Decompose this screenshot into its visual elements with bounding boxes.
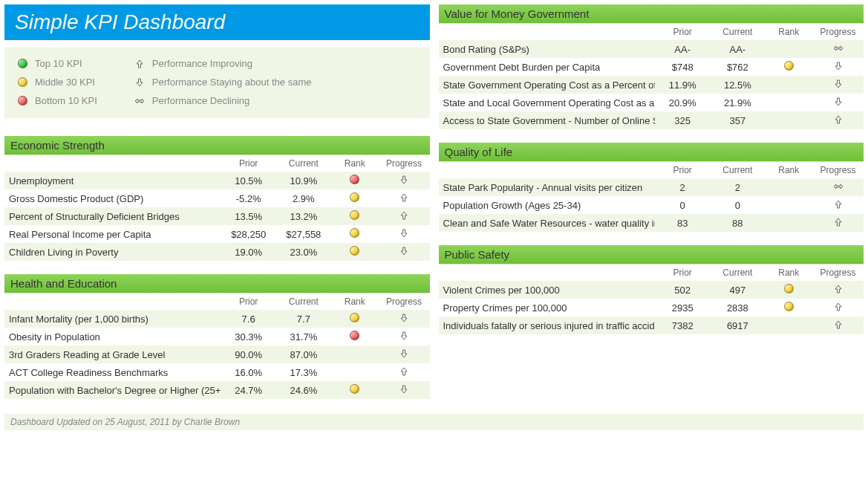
kpi-current: 10.9%	[276, 172, 331, 189]
kpi-current: AA-	[710, 40, 765, 58]
kpi-progress	[812, 317, 864, 334]
kpi-rank	[765, 317, 812, 334]
kpi-current: 23.0%	[276, 243, 331, 261]
kpi-rank	[765, 178, 812, 196]
kpi-rank	[765, 299, 812, 317]
table-row: Access to State Government - Number of O…	[439, 111, 864, 129]
kpi-current: 87.0%	[276, 345, 331, 363]
kpi-label: Population with Bachelor's Degree or Hig…	[4, 381, 221, 399]
arrow-up-icon	[833, 284, 843, 294]
col-prior: Prior	[221, 155, 276, 172]
col-prior: Prior	[655, 162, 710, 178]
arrow-up-icon	[833, 319, 843, 330]
arrow-down-icon	[399, 175, 409, 185]
table-row: Population with Bachelor's Degree or Hig…	[4, 381, 430, 399]
kpi-progress	[379, 207, 430, 225]
table-row: State Park Popularity - Annual visits pe…	[439, 178, 864, 196]
col-current: Current	[710, 162, 765, 178]
table-row: Gross Domestic Product (GDP)-5.2%2.9%	[4, 189, 430, 207]
kpi-current: 17.3%	[276, 363, 331, 381]
kpi-label: State Park Popularity - Annual visits pe…	[439, 178, 656, 196]
legend-progress-item: Performance Declining	[134, 95, 312, 106]
kpi-prior: 7382	[655, 317, 710, 334]
rank-red-icon	[350, 331, 359, 340]
kpi-panel: Economic StrengthPriorCurrentRankProgres…	[4, 136, 430, 261]
arrow-down-icon	[833, 97, 843, 107]
kpi-current: 24.6%	[276, 381, 331, 399]
kpi-current: $762	[710, 58, 765, 76]
arrow-up-icon	[399, 366, 409, 377]
table-row: Individuals fatally or serious injured i…	[439, 317, 864, 334]
legend-progress-item: Performance Improving	[134, 58, 312, 69]
kpi-prior: 30.3%	[221, 328, 276, 345]
kpi-table: PriorCurrentRankProgressInfant Mortality…	[4, 293, 430, 399]
kpi-progress	[812, 94, 864, 111]
kpi-current: 88	[710, 214, 765, 232]
arrow-down-icon	[399, 313, 409, 323]
kpi-current: 21.9%	[710, 94, 765, 111]
kpi-dashboard: Simple KPI Dashboard Top 10 KPIMiddle 30…	[4, 4, 864, 412]
kpi-progress	[812, 178, 864, 196]
table-row: Real Personal Income per Capita$28,250$2…	[4, 225, 430, 243]
dashboard-footer: Dashboard Updated on 25 August, 2011 by …	[4, 414, 864, 430]
kpi-label: Gross Domestic Product (GDP)	[4, 189, 221, 207]
kpi-current: 2838	[710, 299, 765, 317]
left-column: Simple KPI Dashboard Top 10 KPIMiddle 30…	[4, 4, 430, 412]
rank-yellow-icon	[784, 302, 794, 311]
table-row: Unemployment10.5%10.9%	[4, 172, 430, 189]
kpi-prior: 24.7%	[221, 381, 276, 399]
kpi-label: Infant Mortality (per 1,000 births)	[4, 310, 221, 328]
kpi-prior: 13.5%	[221, 207, 276, 225]
kpi-rank	[765, 58, 812, 76]
kpi-current: 2	[710, 178, 765, 196]
table-row: State Government Operating Cost as a Per…	[439, 76, 864, 94]
kpi-prior: 10.5%	[221, 172, 276, 189]
rank-yellow-icon	[18, 77, 27, 87]
table-row: Percent of Structurally Deficient Bridge…	[4, 207, 430, 225]
arrow-up-icon	[399, 192, 409, 203]
rank-yellow-icon	[784, 61, 794, 71]
col-progress: Progress	[812, 162, 864, 178]
kpi-label: Property Crimes per 100,000	[439, 299, 656, 317]
kpi-progress	[812, 299, 864, 317]
arrow-down-icon	[399, 348, 409, 359]
table-row: State and Local Government Operating Cos…	[439, 94, 864, 111]
col-current: Current	[710, 24, 765, 40]
arrow-down-icon	[833, 61, 843, 71]
kpi-rank	[765, 76, 812, 94]
kpi-rank	[331, 243, 379, 261]
col-progress: Progress	[379, 155, 430, 172]
panel-header: Economic Strength	[4, 136, 430, 155]
kpi-table: PriorCurrentRankProgressState Park Popul…	[439, 162, 864, 232]
arrow-down-icon	[399, 384, 409, 395]
arrow-flat-icon	[134, 96, 145, 106]
kpi-panel: Value for Money GovernmentPriorCurrentRa…	[439, 4, 864, 129]
table-row: Bond Rating (S&Ps)AA-AA-	[439, 40, 864, 58]
kpi-label: Access to State Government - Number of O…	[439, 111, 656, 129]
kpi-progress	[379, 310, 430, 328]
kpi-prior: 16.0%	[221, 363, 276, 381]
arrow-down-icon	[399, 246, 409, 256]
kpi-label: Government Debt Burden per Capita	[439, 58, 656, 76]
kpi-prior: 83	[655, 214, 710, 232]
kpi-progress	[379, 243, 430, 261]
rank-yellow-icon	[350, 313, 359, 322]
kpi-progress	[379, 328, 430, 345]
kpi-label: 3rd Graders Reading at Grade Level	[4, 345, 221, 363]
col-rank: Rank	[765, 265, 812, 281]
kpi-progress	[812, 281, 864, 299]
kpi-prior: 90.0%	[221, 345, 276, 363]
rank-yellow-icon	[350, 384, 359, 394]
kpi-rank	[331, 172, 379, 189]
rank-yellow-icon	[350, 192, 359, 202]
table-row: Children Living in Poverty19.0%23.0%	[4, 243, 430, 261]
table-row: Population Growth (Ages 25-34)00	[439, 196, 864, 214]
page-title: Simple KPI Dashboard	[4, 4, 430, 40]
legend-progress-item: Performance Staying about the same	[134, 77, 312, 88]
kpi-panel: Quality of LifePriorCurrentRankProgressS…	[439, 143, 864, 232]
kpi-prior: -5.2%	[221, 189, 276, 207]
rank-yellow-icon	[350, 228, 359, 238]
kpi-rank	[331, 189, 379, 207]
col-progress: Progress	[379, 293, 430, 310]
kpi-prior: $748	[655, 58, 710, 76]
